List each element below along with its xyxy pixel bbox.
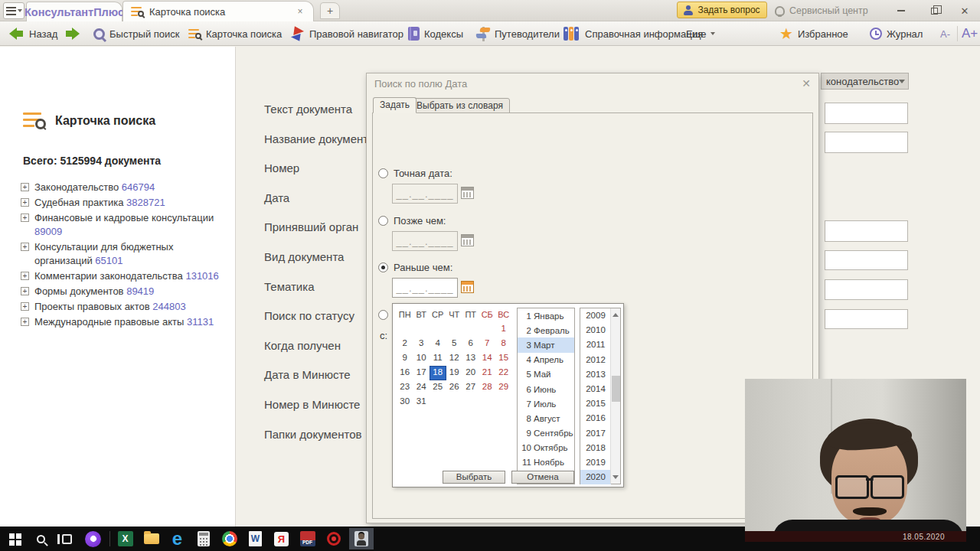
form-field-label[interactable]: Поиск по статусу xyxy=(264,309,374,339)
calendar-day[interactable]: 29 xyxy=(495,380,512,395)
dialog-tab-set[interactable]: Задать xyxy=(373,97,416,113)
excel-icon[interactable]: X xyxy=(115,528,136,549)
tab-search-card[interactable]: Карточка поиска × xyxy=(122,1,314,21)
month-item[interactable]: 10Октябрь xyxy=(518,441,574,455)
radio-icon[interactable] xyxy=(378,168,388,178)
tree-item[interactable]: +Международные правовые акты 31131 xyxy=(21,315,221,329)
tree-item[interactable]: +Комментарии законодательства 131016 xyxy=(21,269,221,283)
explorer-icon[interactable] xyxy=(141,528,162,549)
expand-icon[interactable]: + xyxy=(21,302,29,311)
assistant-icon[interactable] xyxy=(83,528,103,549)
radio-icon[interactable] xyxy=(378,310,388,320)
calendar-day[interactable]: 15 xyxy=(495,351,512,366)
form-input[interactable] xyxy=(825,250,908,270)
year-item[interactable]: 2013 xyxy=(580,367,611,382)
calendar-day[interactable]: 25 xyxy=(430,380,446,395)
scroll-down-icon[interactable] xyxy=(612,475,619,479)
scrollbar-thumb[interactable] xyxy=(612,376,620,402)
calculator-icon[interactable] xyxy=(193,528,214,549)
calendar-day[interactable]: 22 xyxy=(495,366,512,380)
pdf-icon[interactable]: PDF xyxy=(297,528,318,549)
select-button[interactable]: Выбрать xyxy=(443,471,505,484)
favorites-button[interactable]: ★ Избранное xyxy=(779,21,848,46)
year-scrollbar[interactable] xyxy=(610,308,620,484)
guides-button[interactable]: Путеводители xyxy=(476,21,560,46)
calendar-day[interactable]: 14 xyxy=(479,351,496,366)
month-item[interactable]: 1Январь xyxy=(518,308,574,323)
expand-icon[interactable]: + xyxy=(21,198,29,207)
dialog-close-button[interactable]: ✕ xyxy=(802,77,811,90)
consultant-icon[interactable] xyxy=(349,528,374,549)
chrome-icon[interactable] xyxy=(219,528,240,549)
calendar-day[interactable]: 30 xyxy=(397,395,413,409)
calendar-day[interactable]: 12 xyxy=(446,351,463,366)
month-item[interactable]: 8Август xyxy=(518,411,574,425)
word-icon[interactable]: W xyxy=(245,528,266,549)
form-input[interactable] xyxy=(825,279,908,300)
legal-navigator-button[interactable]: Правовой навигатор xyxy=(289,21,403,46)
calendar-day[interactable]: 21 xyxy=(479,366,496,380)
radio-exact-date[interactable]: Точная дата: xyxy=(378,168,452,179)
calendar-day[interactable]: 3 xyxy=(413,337,430,351)
reference-info-button[interactable]: Справочная информация xyxy=(564,21,703,46)
form-field-label[interactable]: Папки документов xyxy=(264,428,374,458)
calendar-day[interactable]: 9 xyxy=(397,351,413,366)
calendar-day[interactable]: 18 xyxy=(430,366,446,380)
month-item[interactable]: 6Июнь xyxy=(518,382,574,396)
month-item[interactable]: 5Май xyxy=(518,367,574,382)
year-item[interactable]: 2017 xyxy=(580,426,611,441)
main-menu-button[interactable] xyxy=(3,2,24,19)
calendar-day[interactable]: 8 xyxy=(495,337,512,351)
radio-icon[interactable] xyxy=(378,216,388,226)
year-item[interactable]: 2019 xyxy=(580,455,611,470)
radio-icon-selected[interactable] xyxy=(378,262,388,272)
before-date-input[interactable]: __.__.____ xyxy=(392,278,458,298)
font-decrease-button[interactable]: А- xyxy=(940,21,950,46)
year-item[interactable]: 2009 xyxy=(580,308,611,323)
calendar-day[interactable]: 31 xyxy=(413,395,430,409)
back-button[interactable]: Назад xyxy=(8,21,57,46)
start-icon[interactable] xyxy=(5,528,25,549)
year-item[interactable]: 2015 xyxy=(580,396,611,411)
month-item[interactable]: 2Февраль xyxy=(518,323,574,337)
codes-button[interactable]: Кодексы xyxy=(408,21,463,46)
form-input[interactable] xyxy=(825,103,908,124)
form-field-label[interactable]: Дата в Минюсте xyxy=(264,368,374,398)
form-field-label[interactable]: Название документа xyxy=(264,132,374,162)
expand-icon[interactable]: + xyxy=(21,272,29,280)
calendar-day[interactable]: 4 xyxy=(430,337,446,351)
task-view-icon[interactable] xyxy=(57,528,77,549)
year-item[interactable]: 2011 xyxy=(580,337,611,352)
year-item[interactable]: 2012 xyxy=(580,353,611,367)
calendar-button-active[interactable] xyxy=(461,281,474,293)
ask-question-button[interactable]: Задать вопрос xyxy=(677,2,767,18)
form-input[interactable] xyxy=(825,220,908,242)
scroll-up-icon[interactable] xyxy=(612,313,619,317)
close-window-button[interactable]: ✕ xyxy=(953,4,976,18)
calendar-day[interactable]: 10 xyxy=(413,351,430,366)
restore-button[interactable] xyxy=(923,4,946,18)
form-field-label[interactable]: Номер xyxy=(264,161,374,191)
calendar-day[interactable]: 23 xyxy=(397,380,413,395)
expand-icon[interactable]: + xyxy=(21,214,29,222)
minimize-button[interactable] xyxy=(890,4,913,18)
form-input[interactable] xyxy=(825,309,908,329)
calendar-day[interactable]: 5 xyxy=(446,337,463,351)
tree-item[interactable]: +Проекты правовых актов 244803 xyxy=(21,300,221,314)
calendar-day[interactable]: 6 xyxy=(462,337,479,351)
tree-item[interactable]: +Судебная практика 3828721 xyxy=(21,196,221,210)
calendar-button[interactable] xyxy=(461,234,474,246)
radio-after-date[interactable]: Позже чем: xyxy=(378,215,446,227)
year-item[interactable]: 2014 xyxy=(580,382,611,396)
tree-item[interactable]: +Консультации для бюджетных организаций … xyxy=(21,240,221,268)
tab-close-icon[interactable]: × xyxy=(295,6,305,17)
calendar-day[interactable]: 19 xyxy=(446,366,463,380)
year-item[interactable]: 2010 xyxy=(580,323,611,337)
form-input[interactable] xyxy=(825,132,908,153)
form-field-label[interactable]: Принявший орган xyxy=(264,220,374,250)
new-tab-button[interactable]: + xyxy=(320,2,340,19)
year-item[interactable]: 2016 xyxy=(580,411,611,425)
calendar-day[interactable]: 28 xyxy=(479,380,496,395)
form-field-label[interactable]: Текст документа xyxy=(264,103,374,132)
form-field-label[interactable]: Тематика xyxy=(264,280,374,310)
